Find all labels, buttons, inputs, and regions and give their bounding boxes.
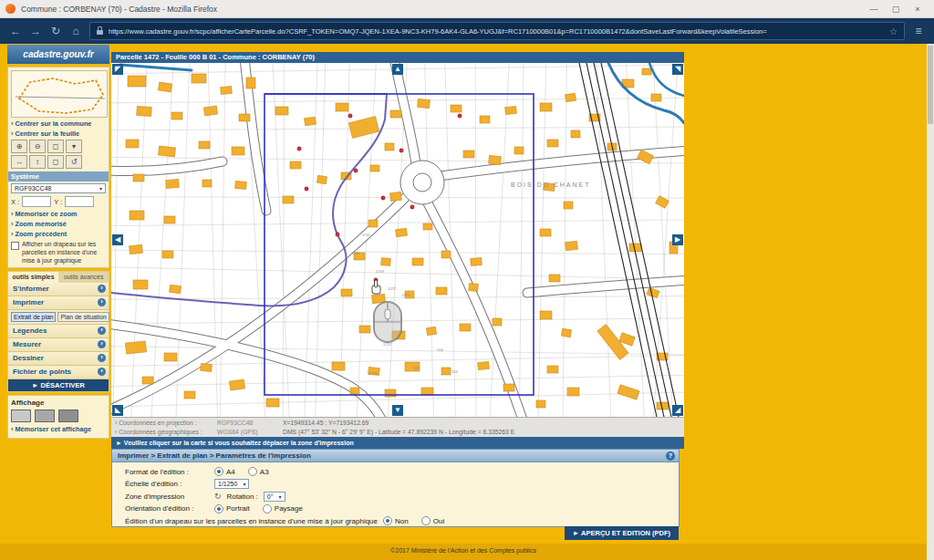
back-button[interactable]: ← bbox=[9, 25, 22, 37]
hand-cursor bbox=[372, 280, 380, 294]
zoom-in-icon[interactable]: ⊕ bbox=[11, 140, 27, 153]
accordion-mesurer[interactable]: Mesurer bbox=[8, 338, 109, 352]
pan-southwest-button[interactable]: ◣ bbox=[112, 405, 123, 416]
cadastral-map[interactable]: BOIS DU CHANET 1743176317221724182104147… bbox=[111, 63, 684, 417]
affichage-label: Affichage bbox=[11, 399, 106, 407]
reload-button[interactable]: ↻ bbox=[49, 25, 62, 37]
svg-text:1743: 1743 bbox=[376, 269, 385, 274]
home-button[interactable]: ⌂ bbox=[69, 25, 82, 37]
coord-projection-system: RGF93CC48 bbox=[217, 419, 283, 428]
accordion-fichier-points[interactable]: Fichier de points bbox=[8, 366, 109, 379]
help-icon[interactable]: ? bbox=[666, 451, 675, 461]
pan-west-button[interactable]: ◀ bbox=[112, 234, 123, 245]
extrait-de-plan-button[interactable]: Extrait de plan bbox=[11, 312, 56, 322]
pan-horizontal-icon[interactable]: ↔ bbox=[11, 155, 27, 169]
desactiver-button[interactable]: ► DÉSACTIVER bbox=[8, 379, 109, 391]
pan-vertical-icon[interactable]: ↕ bbox=[29, 155, 46, 169]
radio-option-a4[interactable]: A4 bbox=[214, 467, 235, 476]
pan-east-button[interactable]: ▶ bbox=[672, 234, 683, 245]
zone-label: Zone d'impression bbox=[125, 493, 209, 501]
system-select[interactable]: RGF93CC48 ▾ bbox=[11, 183, 106, 193]
svg-text:1741: 1741 bbox=[362, 233, 371, 237]
center-feuille-link[interactable]: › Centrer sur la feuille bbox=[11, 130, 106, 138]
zoom-rect-icon[interactable]: ◻ bbox=[47, 140, 64, 153]
minimize-button[interactable]: — bbox=[863, 5, 885, 14]
url-text[interactable]: https://www.cadastre.gouv.fr/scpc/affich… bbox=[109, 27, 884, 36]
system-label: Système bbox=[8, 171, 109, 181]
browser-navbar: ← → ↻ ⌂ https://www.cadastre.gouv.fr/scp… bbox=[0, 18, 934, 44]
pan-south-button[interactable]: ▼ bbox=[392, 405, 403, 416]
cadastre-logo[interactable]: cadastre.gouv.fr bbox=[7, 45, 109, 64]
sidebar-overview-box: › Centrer sur la commune › Centrer sur l… bbox=[7, 67, 109, 268]
x-input[interactable] bbox=[22, 196, 51, 207]
reset-view-icon[interactable]: ↺ bbox=[66, 155, 82, 169]
memorize-zoom-link[interactable]: › Mémoriser ce zoom bbox=[11, 210, 106, 218]
menu-button[interactable]: ≡ bbox=[912, 25, 925, 37]
zoom-previous-link[interactable]: › Zoom précédent bbox=[11, 230, 106, 238]
display-swatch-3[interactable] bbox=[58, 410, 78, 422]
rotation-select[interactable]: 0° ▾ bbox=[264, 492, 285, 502]
page-background: cadastre.gouv.fr › Centrer sur la commun… bbox=[0, 44, 927, 560]
svg-text:1763: 1763 bbox=[401, 293, 410, 297]
coordinates-bar: › Coordonnées en projection : RGF93CC48 … bbox=[111, 417, 684, 437]
coord-projection-label: › Coordonnées en projection : bbox=[115, 419, 217, 428]
wood-label: BOIS DU CHANET bbox=[511, 181, 591, 188]
sidebar: cadastre.gouv.fr › Centrer sur la commun… bbox=[7, 45, 109, 439]
svg-text:1745: 1745 bbox=[351, 251, 360, 255]
bookmark-star-icon[interactable]: ☆ bbox=[889, 26, 898, 36]
radio-option-portrait[interactable]: Portrait bbox=[214, 504, 250, 513]
tools-panel: outils simples outils avancés S'informer… bbox=[7, 271, 109, 392]
pan-northeast-button[interactable]: ◥ bbox=[672, 64, 683, 75]
pan-southeast-button[interactable]: ◢ bbox=[672, 405, 683, 416]
url-bar[interactable]: https://www.cadastre.gouv.fr/scpc/affich… bbox=[89, 22, 905, 40]
forward-button[interactable]: → bbox=[29, 25, 42, 37]
vertical-scrollbar[interactable] bbox=[927, 44, 934, 560]
map-notice-bar: ► Veuillez cliquer sur la carte si vous … bbox=[111, 437, 684, 449]
svg-text:1472: 1472 bbox=[388, 286, 397, 291]
radio-option-a3[interactable]: A3 bbox=[248, 467, 269, 476]
overview-minimap[interactable] bbox=[11, 70, 108, 118]
preview-pdf-button[interactable]: ► APERÇU ET EDITION (PDF) bbox=[565, 526, 679, 540]
imprimer-submenu: Extrait de plan Plan de situation bbox=[8, 310, 109, 325]
memorize-display-link[interactable]: › Mémoriser cet affichage bbox=[11, 425, 106, 433]
radio-option-oui[interactable]: Oui bbox=[421, 516, 444, 525]
zoom-memorized-link[interactable]: › Zoom mémorisé bbox=[11, 220, 106, 228]
orientation-label: Orientation d'édition : bbox=[125, 504, 209, 513]
tab-outils-avances[interactable]: outils avancés bbox=[58, 272, 109, 283]
coord-geographic-system: WGS84 (GPS) bbox=[217, 428, 283, 437]
accordion-dessiner[interactable]: Dessiner bbox=[8, 352, 109, 366]
edition-flag-label: Édition d'un drapeau sur les parcelles e… bbox=[125, 517, 378, 525]
scale-select[interactable]: 1/1250 ▾ bbox=[214, 479, 249, 489]
radio-option-non[interactable]: Non bbox=[383, 516, 409, 525]
x-label: X : bbox=[11, 198, 19, 206]
accordion-sinformer[interactable]: S'informer bbox=[8, 283, 109, 296]
pan-north-button[interactable]: ▲ bbox=[392, 64, 403, 75]
scrollbar-thumb[interactable] bbox=[928, 46, 933, 124]
flag-checkbox[interactable] bbox=[11, 242, 19, 250]
plan-de-situation-button[interactable]: Plan de situation bbox=[57, 312, 109, 322]
center-commune-link[interactable]: › Centrer sur la commune bbox=[11, 119, 106, 128]
display-swatch-1[interactable] bbox=[11, 410, 31, 422]
accordion-legendes[interactable]: Légendes bbox=[8, 325, 109, 338]
footer-text: ©2017 Ministère de l'Action et des Compt… bbox=[0, 547, 927, 554]
rotation-select-value: 0° bbox=[267, 493, 274, 500]
tab-outils-simples[interactable]: outils simples bbox=[8, 272, 58, 283]
radio-option-paysage[interactable]: Paysage bbox=[263, 504, 303, 513]
pan-northwest-button[interactable]: ◤ bbox=[112, 64, 123, 75]
firefox-icon bbox=[5, 4, 16, 14]
maximize-button[interactable]: ▢ bbox=[885, 5, 907, 14]
roundabout-inner bbox=[413, 173, 431, 192]
orientation-radio-group: PortraitPaysage bbox=[214, 504, 303, 513]
select-rect-icon[interactable]: ◻ bbox=[47, 155, 64, 169]
y-input[interactable] bbox=[65, 196, 94, 207]
map-panel: Parcelle 1472 - Feuille 000 B 01 - Commu… bbox=[111, 52, 684, 449]
rotation-label: Rotation : bbox=[227, 493, 258, 501]
coord-projection-values: X=1949314.45 ; Y=7193412.69 bbox=[283, 419, 368, 428]
close-button[interactable]: × bbox=[907, 5, 929, 14]
svg-text:104: 104 bbox=[437, 347, 443, 352]
zoom-out-icon[interactable]: ⊖ bbox=[29, 140, 46, 153]
display-swatch-2[interactable] bbox=[35, 410, 55, 422]
zoom-menu-icon[interactable]: ▾ bbox=[66, 140, 82, 153]
mouse-icon bbox=[374, 302, 401, 342]
accordion-imprimer[interactable]: Imprimer bbox=[8, 296, 109, 310]
